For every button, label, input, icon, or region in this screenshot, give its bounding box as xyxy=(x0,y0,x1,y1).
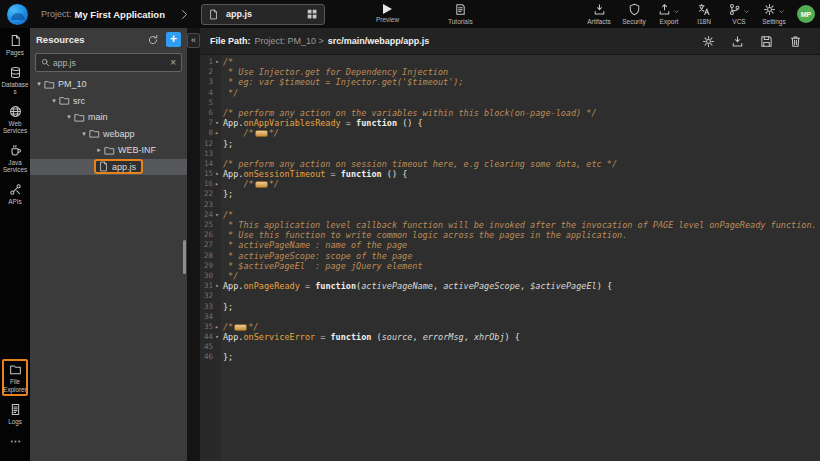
code-line-32[interactable]: 32 xyxy=(200,291,820,301)
code-editor[interactable]: 1▾/*2 * Use Injector.get for Dependency … xyxy=(200,55,820,461)
panel-strip: « xyxy=(187,28,200,461)
editor-download-button[interactable] xyxy=(731,35,744,48)
code-line-27[interactable]: 27 * activePageName : name of the page xyxy=(200,240,820,250)
tree-expander[interactable]: ▾ xyxy=(49,97,59,105)
code-line-2[interactable]: 2 * Use Injector.get for Dependency Inje… xyxy=(200,67,820,77)
editor-toolbar xyxy=(702,35,810,48)
topbar-settings-button[interactable]: Settings xyxy=(758,3,790,25)
fold-toggle xyxy=(213,139,221,149)
code-line-25[interactable]: 25 * This application level callback fun… xyxy=(200,220,820,230)
tutorials-label: Tutorials xyxy=(448,18,473,25)
code-line-5[interactable]: 5 xyxy=(200,98,820,108)
topbar-artifacts-button[interactable]: Artifacts xyxy=(583,3,615,25)
code-token: , xyxy=(433,281,443,291)
line-number: 16 xyxy=(200,179,213,189)
code-line-22[interactable]: 22}; xyxy=(200,189,820,199)
code-line-24[interactable]: 24▾/* xyxy=(200,210,820,220)
code-token: ) { xyxy=(597,281,612,291)
code-line-15[interactable]: 15▾App.onSessionTimeout = function () { xyxy=(200,169,820,179)
code-line-16[interactable]: 16▸ /**/ xyxy=(200,179,820,189)
fold-toggle[interactable]: ▾ xyxy=(213,332,221,342)
tree-expander[interactable]: ▸ xyxy=(94,146,104,154)
code-line-28[interactable]: 28 * activePageScope: scope of the page xyxy=(200,251,820,261)
tree-row-webapp[interactable]: ▾webapp xyxy=(30,126,187,143)
code-token: * Use Injector.get for Dependency Inject… xyxy=(223,67,448,77)
tutorials-button[interactable]: Tutorials xyxy=(448,3,473,25)
fold-toggle[interactable]: ▾ xyxy=(213,118,221,128)
code-line-1[interactable]: 1▾/* xyxy=(200,57,820,67)
preview-button[interactable]: Preview xyxy=(376,3,399,23)
code-line-14[interactable]: 14/* perform any action on session timeo… xyxy=(200,159,820,169)
line-number: 45 xyxy=(200,342,213,352)
refresh-icon[interactable] xyxy=(147,34,159,46)
folded-code-pill[interactable] xyxy=(255,130,268,137)
code-line-45[interactable]: 45 xyxy=(200,342,820,352)
editor-save-button[interactable] xyxy=(760,35,773,48)
folded-code-pill[interactable] xyxy=(234,324,247,331)
topbar-vcs-button[interactable]: VCS xyxy=(723,3,755,25)
clear-search-icon[interactable]: × xyxy=(170,58,176,68)
sidebar-item-pages[interactable]: Pages xyxy=(0,34,30,57)
code-line-35[interactable]: 35▸/**/ xyxy=(200,322,820,332)
code-line-13[interactable]: 13 xyxy=(200,149,820,159)
tree-row-main[interactable]: ▾main xyxy=(30,109,187,126)
sidebar-item-databases[interactable]: Databases xyxy=(0,66,30,96)
code-line-29[interactable]: 29 * $activePageEl : page jQuery element xyxy=(200,261,820,271)
tree-row-web-inf[interactable]: ▸WEB-INF xyxy=(30,142,187,159)
sidebar-item-apis[interactable]: APIs xyxy=(0,183,30,206)
topbar-export-button[interactable]: Export xyxy=(653,3,685,25)
code-line-6[interactable]: 6/* perform any action on the variables … xyxy=(200,108,820,118)
sidebar-item-web-services[interactable]: Web Services xyxy=(0,105,30,135)
code-line-3[interactable]: 3 * eg: var $timeout = Injector.get('$ti… xyxy=(200,77,820,87)
avatar[interactable]: MP xyxy=(797,5,815,23)
code-line-46[interactable]: 46}; xyxy=(200,352,820,362)
tree-expander[interactable]: ▾ xyxy=(64,113,74,121)
editor-settings-button[interactable] xyxy=(702,35,715,48)
code-line-8[interactable]: 8▸ /**/ xyxy=(200,128,820,138)
tree-scrollbar-thumb[interactable] xyxy=(183,240,186,274)
fold-toggle[interactable]: ▾ xyxy=(213,169,221,179)
code-text: * eg: var $timeout = Injector.get('$time… xyxy=(221,77,464,87)
code-token: /* xyxy=(223,57,233,67)
folded-code-pill[interactable] xyxy=(255,181,268,188)
fold-toggle[interactable]: ▸ xyxy=(213,128,221,138)
code-token: */ xyxy=(223,271,238,281)
file-tab[interactable]: app.js xyxy=(201,4,325,25)
add-resource-button[interactable]: + xyxy=(166,32,181,47)
fold-toggle[interactable]: ▾ xyxy=(213,281,221,291)
tree-expander[interactable]: ▾ xyxy=(34,80,44,88)
sidebar-item-file-explorer[interactable]: File Explorer xyxy=(4,363,26,393)
sidebar-item-java-services[interactable]: Java Services xyxy=(0,144,30,174)
tree-row-pm_10[interactable]: ▾PM_10 xyxy=(30,76,187,93)
code-line-30[interactable]: 30 */ xyxy=(200,271,820,281)
fold-toggle[interactable]: ▸ xyxy=(213,322,221,332)
code-token: , xyxy=(412,332,422,342)
code-line-33[interactable]: 33}; xyxy=(200,302,820,312)
fold-toggle[interactable]: ▾ xyxy=(213,57,221,67)
grid-icon[interactable] xyxy=(306,8,318,20)
code-line-31[interactable]: 31▾App.onPageReady = function(activePage… xyxy=(200,281,820,291)
fold-toggle[interactable]: ▸ xyxy=(213,179,221,189)
wavemaker-logo[interactable] xyxy=(7,4,28,25)
collapse-panel-button[interactable]: « xyxy=(187,33,200,48)
tree-row-src[interactable]: ▾src xyxy=(30,93,187,110)
tree-expander[interactable]: ▾ xyxy=(79,130,89,138)
code-token: $activePageEl xyxy=(530,281,597,291)
code-line-7[interactable]: 7▾App.onAppVariablesReady = function () … xyxy=(200,118,820,128)
sidebar-item-more[interactable] xyxy=(0,435,30,448)
code-line-4[interactable]: 4 */ xyxy=(200,88,820,98)
editor-delete-button[interactable] xyxy=(789,35,802,48)
search-input[interactable] xyxy=(50,58,170,68)
line-number: 24 xyxy=(200,210,213,220)
code-line-23[interactable]: 23 xyxy=(200,200,820,210)
code-line-34[interactable]: 34 xyxy=(200,312,820,322)
code-line-12[interactable]: 12}; xyxy=(200,139,820,149)
topbar-i18n-button[interactable]: I18N xyxy=(688,3,720,25)
sidebar-item-logs[interactable]: Logs xyxy=(0,403,30,426)
fold-toggle xyxy=(213,302,221,312)
code-line-26[interactable]: 26 * Use this function to write common l… xyxy=(200,230,820,240)
topbar-security-button[interactable]: Security xyxy=(618,3,650,25)
fold-toggle[interactable]: ▾ xyxy=(213,210,221,220)
tree-row-app.js[interactable]: app.js xyxy=(30,159,187,176)
code-line-44[interactable]: 44▾App.onServiceError = function (source… xyxy=(200,332,820,342)
